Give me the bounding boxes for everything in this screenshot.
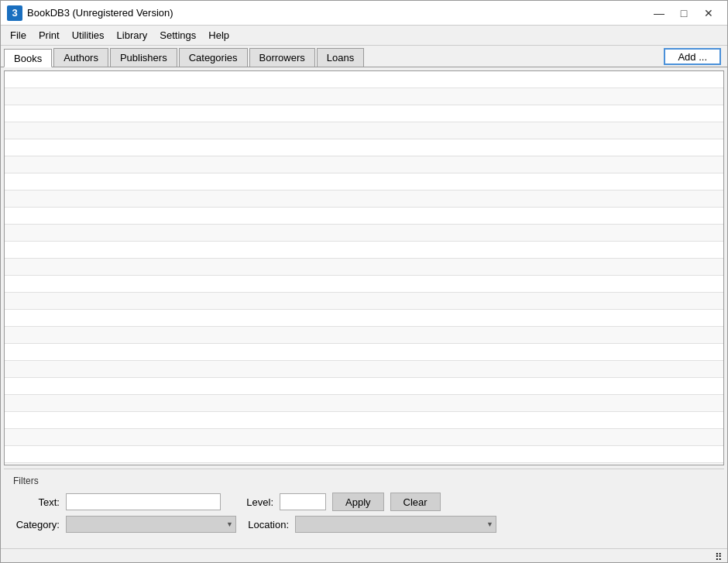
- resize-handle[interactable]: ⠿: [715, 551, 724, 561]
- tab-borrowers[interactable]: Borrowers: [249, 48, 315, 67]
- text-filter-label: Text:: [13, 496, 60, 508]
- table-row: [5, 310, 723, 327]
- table-row: [5, 463, 723, 465]
- table-row: [5, 139, 723, 156]
- table-row: [5, 173, 723, 191]
- main-content-area: [4, 70, 724, 465]
- apply-button[interactable]: Apply: [332, 493, 384, 511]
- table-row: [5, 122, 723, 139]
- table-row: [5, 259, 723, 276]
- tab-bar-right: Add ...: [366, 48, 727, 67]
- text-filter-input[interactable]: [66, 493, 221, 510]
- tab-publishers[interactable]: Publishers: [110, 48, 177, 67]
- table-row: [5, 361, 723, 378]
- menu-utilities[interactable]: Utilities: [66, 28, 111, 43]
- category-filter-label: Category:: [13, 519, 60, 530]
- table-row: [5, 105, 723, 122]
- tab-categories[interactable]: Categories: [179, 48, 248, 67]
- menu-help[interactable]: Help: [202, 28, 235, 43]
- tab-bar: Books Authors Publishers Categories Borr…: [1, 46, 727, 67]
- status-bar: ⠿: [1, 548, 727, 562]
- table-row: [5, 191, 723, 208]
- menu-bar: File Print Utilities Library Settings He…: [1, 26, 727, 46]
- location-select-wrapper: [295, 516, 496, 533]
- table-row: [5, 156, 723, 173]
- table-row: [5, 208, 723, 225]
- menu-file[interactable]: File: [4, 28, 33, 43]
- category-select-wrapper: [66, 516, 236, 533]
- filters-row-2: Category: Location:: [13, 516, 715, 533]
- table-row: [5, 293, 723, 310]
- tab-authors[interactable]: Authors: [53, 48, 108, 67]
- window-title: BookDB3 (Unregistered Version): [27, 7, 647, 19]
- add-button[interactable]: Add ...: [664, 48, 721, 65]
- table-row: [5, 88, 723, 105]
- app-icon: 3: [7, 5, 22, 21]
- category-filter-select[interactable]: [66, 516, 236, 533]
- books-grid[interactable]: [5, 71, 723, 465]
- window-controls: — □ ✕: [647, 2, 721, 24]
- menu-library[interactable]: Library: [111, 28, 154, 43]
- table-row: [5, 327, 723, 344]
- table-row: [5, 276, 723, 293]
- table-row: [5, 429, 723, 446]
- title-bar: 3 BookDB3 (Unregistered Version) — □ ✕: [1, 1, 727, 26]
- clear-button[interactable]: Clear: [390, 493, 441, 511]
- table-row: [5, 378, 723, 395]
- table-row: [5, 71, 723, 88]
- table-row: [5, 412, 723, 429]
- table-row: [5, 242, 723, 259]
- minimize-button[interactable]: —: [647, 2, 671, 24]
- menu-print[interactable]: Print: [33, 28, 66, 43]
- level-filter-input[interactable]: [280, 493, 326, 510]
- filters-row-1: Text: Level: Apply Clear: [13, 493, 715, 511]
- tab-books[interactable]: Books: [4, 49, 52, 67]
- main-window: 3 BookDB3 (Unregistered Version) — □ ✕ F…: [0, 0, 728, 563]
- location-filter-select[interactable]: [295, 516, 496, 533]
- filters-legend: Filters: [13, 475, 715, 486]
- table-row: [5, 225, 723, 242]
- level-filter-label: Level:: [227, 496, 273, 508]
- tab-loans[interactable]: Loans: [317, 48, 364, 67]
- close-button[interactable]: ✕: [696, 2, 721, 24]
- maximize-button[interactable]: □: [671, 2, 696, 24]
- filters-section: Filters Text: Level: Apply Clear Categor…: [4, 469, 724, 545]
- location-filter-label: Location:: [242, 519, 289, 530]
- table-row: [5, 446, 723, 463]
- table-row: [5, 395, 723, 412]
- table-row: [5, 344, 723, 361]
- menu-settings[interactable]: Settings: [153, 28, 202, 43]
